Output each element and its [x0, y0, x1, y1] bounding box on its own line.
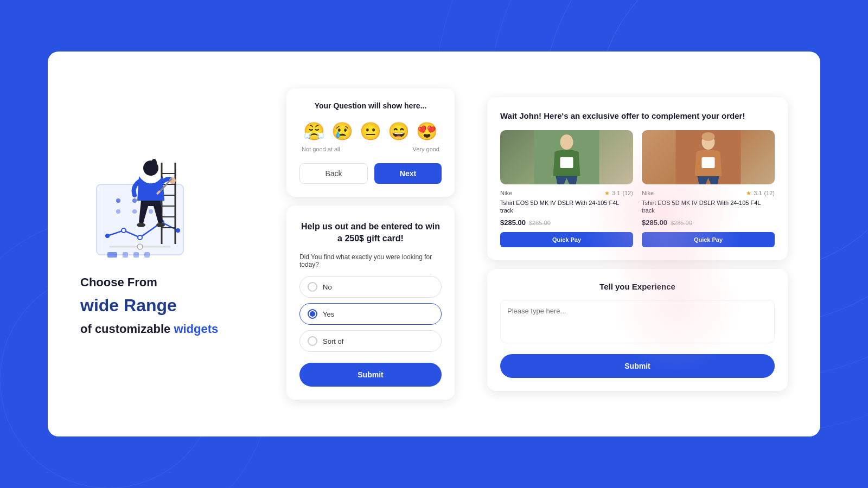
main-container: Choose From wide Range of customizable w… [48, 52, 820, 436]
product-name-2: Tshirt EOS 5D MK IV DSLR With 24-105 F4L… [642, 199, 775, 215]
survey-widget: Your Question will show here... 😤 😢 😐 😄 … [286, 88, 455, 197]
emoji-row: 😤 😢 😐 😄 😍 [299, 121, 442, 142]
price-current-1: $285.00 [500, 219, 526, 227]
next-button[interactable]: Next [374, 163, 442, 184]
experience-title: Tell you Experience [500, 282, 775, 291]
illustration [80, 152, 200, 260]
product-price-row-1: $285.00 $285.00 [500, 219, 633, 227]
back-button[interactable]: Back [299, 163, 368, 184]
radio-option-sort-of[interactable]: Sort of [299, 330, 442, 352]
experience-submit-button[interactable]: Submit [500, 354, 775, 378]
product-brand-2: Nike [642, 190, 654, 196]
gift-title: Help us out and be entered to win a 250$… [299, 221, 442, 245]
survey-question: Your Question will show here... [299, 101, 442, 110]
radio-label-sort-of: Sort of [323, 337, 343, 345]
radio-label-yes: Yes [323, 310, 334, 318]
svg-rect-41 [560, 157, 573, 168]
product-rating-2: ★ 3.1 (12) [746, 190, 775, 197]
product-rating-1: ★ 3.1 (12) [604, 190, 633, 197]
product-name-1: Tshirt EOS 5D MK IV DSLR With 24-105 F4L… [500, 199, 633, 215]
svg-point-36 [156, 223, 165, 227]
svg-point-17 [176, 228, 180, 233]
brand-row-2: Nike ★ 3.1 (12) [642, 190, 775, 199]
widgets-label: widgets [174, 322, 218, 336]
quick-pay-button-1[interactable]: Quick Pay [500, 232, 633, 247]
rating-value-1: 3.1 [612, 190, 620, 196]
radio-label-no: No [323, 283, 332, 291]
brand-row-1: Nike ★ 3.1 (12) [500, 190, 633, 199]
product-price-row-2: $285.00 $285.00 [642, 219, 775, 227]
right-section: Wait John! Here's an exclusive offer to … [487, 97, 788, 391]
radio-options: No Yes Sort of [299, 276, 442, 352]
radio-circle-yes [308, 309, 317, 319]
gift-submit-button[interactable]: Submit [299, 363, 442, 387]
product-card-title: Wait John! Here's an exclusive offer to … [500, 110, 775, 121]
gift-widget: Help us out and be entered to win a 250$… [286, 206, 455, 400]
svg-rect-20 [107, 252, 117, 258]
svg-rect-21 [123, 252, 128, 258]
svg-point-7 [116, 198, 120, 203]
svg-point-44 [702, 132, 715, 141]
svg-point-14 [122, 228, 126, 233]
svg-rect-45 [702, 157, 715, 168]
experience-widget: Tell you Experience Submit [487, 269, 788, 391]
left-section: Choose From wide Range of customizable w… [80, 152, 254, 336]
svg-rect-22 [133, 252, 139, 258]
products-row: Nike ★ 3.1 (12) Tshirt EOS 5D MK IV DSLR… [500, 130, 775, 248]
product-image-1 [500, 130, 633, 184]
product-item-2: Nike ★ 3.1 (12) Tshirt EOS 5D MK IV DSLR… [642, 130, 775, 248]
price-current-2: $285.00 [642, 219, 667, 227]
scale-max: Very good [412, 146, 439, 152]
svg-point-11 [132, 209, 137, 214]
experience-textarea[interactable] [500, 300, 775, 343]
choose-label: Choose From [80, 275, 254, 290]
scale-labels: Not good at all Very good [299, 146, 442, 152]
quick-pay-button-2[interactable]: Quick Pay [642, 232, 775, 247]
brand-left-2: Nike [642, 190, 654, 197]
emoji-1[interactable]: 😤 [303, 121, 325, 142]
svg-point-33 [151, 159, 157, 166]
radio-inner-yes [310, 311, 315, 317]
rating-count-2: (12) [764, 190, 775, 196]
svg-point-40 [560, 134, 573, 150]
svg-point-10 [116, 209, 120, 214]
wide-range-label: wide Range [80, 296, 254, 315]
radio-circle-sort-of [308, 336, 317, 346]
brand-left-1: Nike [500, 190, 512, 197]
svg-point-35 [137, 223, 145, 227]
product-item-1: Nike ★ 3.1 (12) Tshirt EOS 5D MK IV DSLR… [500, 130, 633, 248]
rating-value-2: 3.1 [754, 190, 762, 196]
radio-circle-no [308, 282, 317, 292]
svg-point-15 [138, 235, 142, 240]
price-old-1: $285.00 [529, 220, 551, 226]
product-brand-1: Nike [500, 190, 512, 196]
gift-question: Did You find what exactly you were looki… [299, 253, 442, 268]
svg-rect-23 [144, 252, 150, 258]
emoji-2[interactable]: 😢 [331, 121, 353, 142]
svg-point-12 [149, 209, 153, 214]
scale-min: Not good at all [302, 146, 340, 152]
product-widget: Wait John! Here's an exclusive offer to … [487, 97, 788, 261]
price-old-2: $285.00 [671, 220, 692, 226]
emoji-4[interactable]: 😄 [388, 121, 410, 142]
product-image-2 [642, 130, 775, 184]
customizable-label: of customizable widgets [80, 322, 254, 336]
middle-section: Your Question will show here... 😤 😢 😐 😄 … [286, 88, 455, 400]
emoji-3[interactable]: 😐 [360, 121, 381, 142]
star-icon-1: ★ [604, 190, 610, 197]
radio-option-no[interactable]: No [299, 276, 442, 298]
rating-count-1: (12) [622, 190, 633, 196]
radio-option-yes[interactable]: Yes [299, 303, 442, 325]
svg-point-8 [132, 198, 137, 203]
star-icon-2: ★ [746, 190, 751, 197]
emoji-5[interactable]: 😍 [416, 121, 438, 142]
svg-point-19 [137, 244, 143, 249]
svg-point-13 [105, 234, 110, 238]
survey-buttons: Back Next [299, 163, 442, 184]
